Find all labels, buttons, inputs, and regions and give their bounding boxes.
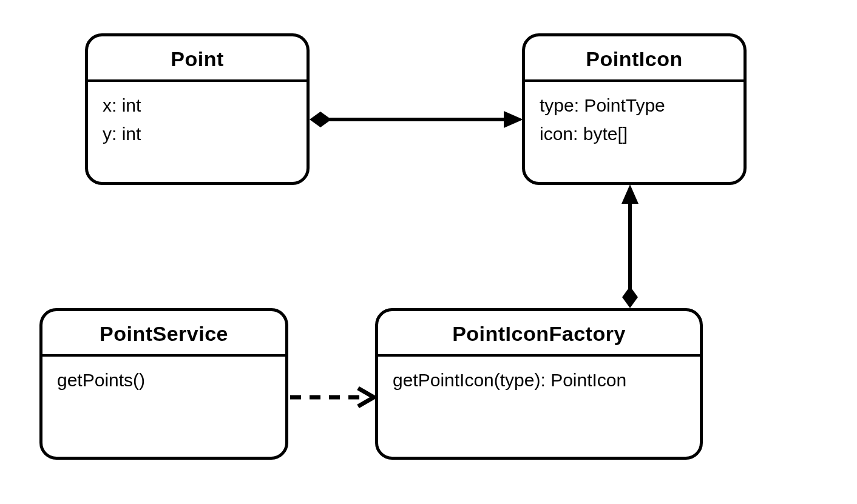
class-attribute: y: int	[103, 120, 292, 149]
class-body: getPoints()	[42, 357, 285, 405]
svg-marker-5	[622, 286, 638, 308]
class-operation: getPointIcon(type): PointIcon	[393, 366, 685, 395]
class-body: x: int y: int	[88, 82, 307, 158]
class-title: PointIconFactory	[378, 311, 700, 357]
svg-marker-2	[504, 111, 523, 128]
relationship-service-to-factory	[290, 388, 374, 406]
class-box-point: Point x: int y: int	[85, 33, 310, 185]
class-box-pointiconfactory: PointIconFactory getPointIcon(type): Poi…	[375, 308, 703, 460]
class-body: type: PointType icon: byte[]	[525, 82, 744, 158]
class-attribute: icon: byte[]	[540, 120, 729, 149]
class-title: PointService	[42, 311, 285, 357]
class-box-pointservice: PointService getPoints()	[39, 308, 288, 460]
class-operation: getPoints()	[57, 366, 271, 395]
relationship-point-to-pointicon	[310, 111, 523, 128]
class-attribute: x: int	[103, 92, 292, 120]
class-attribute: type: PointType	[540, 92, 729, 120]
svg-marker-4	[622, 184, 639, 204]
class-title: Point	[88, 36, 307, 82]
svg-marker-1	[310, 112, 331, 127]
uml-diagram-canvas: Point x: int y: int PointIcon type: Poin…	[0, 0, 857, 504]
class-title: PointIcon	[525, 36, 744, 82]
class-box-pointicon: PointIcon type: PointType icon: byte[]	[522, 33, 747, 185]
relationship-factory-to-pointicon	[622, 184, 639, 308]
class-body: getPointIcon(type): PointIcon	[378, 357, 700, 405]
